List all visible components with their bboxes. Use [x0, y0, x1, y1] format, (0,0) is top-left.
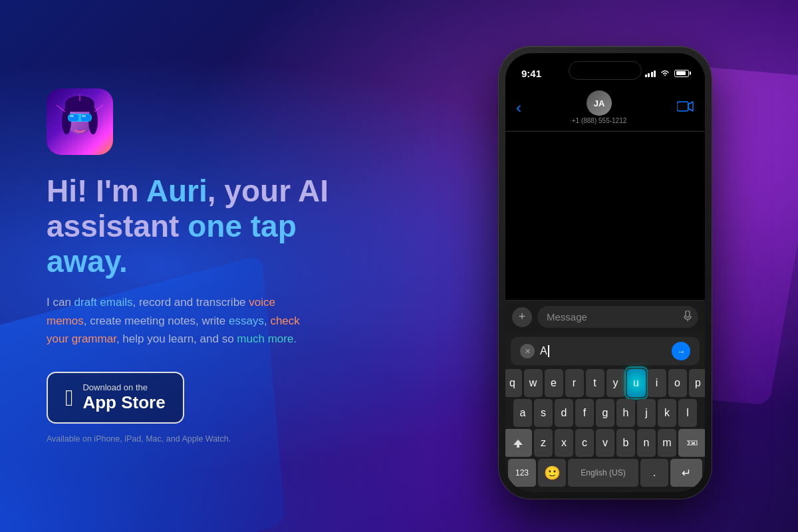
keyboard-text-input: A	[540, 345, 666, 358]
key-space[interactable]: English (US)	[568, 459, 638, 487]
key-backspace[interactable]	[678, 429, 705, 457]
headline-line1: Hi! I'm Auri, your AI	[47, 174, 372, 209]
key-z[interactable]: z	[534, 429, 553, 457]
key-t[interactable]: t	[586, 369, 604, 397]
keyboard-search-bar[interactable]: ✕ A →	[511, 337, 700, 365]
key-y[interactable]: y	[606, 369, 625, 397]
keyboard-row-1: q w e r t y u i o p	[508, 369, 702, 397]
microphone-icon	[684, 311, 692, 323]
key-h[interactable]: h	[616, 399, 635, 427]
headline-assistant: assistant	[47, 209, 188, 243]
desc-more: much more.	[237, 332, 297, 345]
headline-rest: , your AI	[207, 174, 329, 208]
signal-bar-2	[648, 73, 650, 77]
signal-bar-1	[645, 74, 647, 77]
key-m[interactable]: m	[658, 429, 676, 457]
battery-fill	[676, 71, 686, 75]
keyboard-typed-text: A	[540, 345, 547, 356]
key-l[interactable]: l	[678, 399, 697, 427]
keyboard-row-3: z x c v b n m	[508, 429, 702, 457]
key-d[interactable]: d	[555, 399, 573, 427]
key-a[interactable]: a	[513, 399, 532, 427]
app-store-bottom-label: App Store	[82, 392, 165, 413]
status-time: 9:41	[521, 68, 541, 79]
key-v[interactable]: v	[596, 429, 614, 457]
key-k[interactable]: k	[658, 399, 676, 427]
headline: Hi! I'm Auri, your AI assistant one tap …	[47, 174, 372, 279]
headline-hi: Hi! I'm	[47, 174, 146, 208]
description: I can draft emails, record and transcrib…	[47, 293, 372, 348]
svg-rect-3	[65, 104, 94, 112]
key-u[interactable]: u	[627, 369, 646, 397]
desc-essays: essays	[229, 315, 264, 327]
svg-rect-11	[82, 115, 86, 117]
content-wrapper: Hi! I'm Auri, your AI assistant one tap …	[0, 0, 798, 532]
contact-initials: JA	[594, 98, 605, 108]
status-icons	[645, 68, 690, 78]
contact-avatar: JA	[587, 90, 612, 116]
message-input-field[interactable]: Message	[537, 306, 698, 328]
keyboard-send-button[interactable]: →	[672, 342, 690, 360]
contact-info[interactable]: JA +1 (888) 555-1212	[572, 90, 627, 124]
key-period[interactable]: .	[640, 459, 668, 487]
left-panel: Hi! I'm Auri, your AI assistant one tap …	[0, 49, 412, 483]
svg-point-9	[78, 125, 82, 128]
contact-phone: +1 (888) 555-1212	[572, 117, 627, 124]
signal-bar-3	[651, 72, 653, 77]
wifi-icon	[660, 68, 670, 78]
key-s[interactable]: s	[534, 399, 553, 427]
signal-bar-4	[654, 70, 656, 77]
key-q[interactable]: q	[505, 369, 522, 397]
keyboard-row-2: a s d f g h j k l	[508, 399, 702, 427]
app-store-btn-text: Download on the App Store	[82, 382, 165, 413]
desc-emails: draft emails	[74, 296, 133, 309]
key-return[interactable]: ↵	[670, 459, 702, 487]
key-p[interactable]: p	[689, 369, 706, 397]
app-store-button[interactable]:  Download on the App Store	[47, 372, 184, 424]
key-i[interactable]: i	[648, 369, 666, 397]
iphone-screen: 9:41	[505, 53, 705, 492]
key-shift[interactable]	[505, 429, 532, 457]
svg-rect-16	[686, 311, 690, 317]
key-numbers[interactable]: 123	[508, 459, 536, 487]
app-icon-svg	[53, 92, 106, 152]
key-n[interactable]: n	[637, 429, 656, 457]
key-g[interactable]: g	[596, 399, 614, 427]
key-b[interactable]: b	[616, 429, 635, 457]
key-f[interactable]: f	[575, 399, 594, 427]
keyboard-bottom-row: 123 🙂 English (US) . ↵	[508, 459, 702, 487]
keyboard-clear-button[interactable]: ✕	[520, 344, 535, 358]
video-call-icon[interactable]	[677, 100, 694, 115]
app-store-top-label: Download on the	[82, 382, 165, 392]
headline-auri: Auri	[146, 174, 207, 208]
key-c[interactable]: c	[575, 429, 594, 457]
right-panel: 9:41	[412, 33, 798, 499]
headline-line2: assistant one tap away.	[47, 209, 372, 279]
message-plus-button[interactable]: +	[512, 307, 532, 327]
message-input-bar: + Message	[505, 300, 705, 333]
key-w[interactable]: w	[524, 369, 543, 397]
key-emoji[interactable]: 🙂	[538, 459, 566, 487]
key-x[interactable]: x	[555, 429, 573, 457]
key-e[interactable]: e	[545, 369, 563, 397]
keyboard: ✕ A → q w e r t y u	[505, 333, 705, 492]
key-j[interactable]: j	[637, 399, 656, 427]
dynamic-island	[569, 61, 642, 80]
battery-icon	[674, 70, 689, 77]
message-placeholder: Message	[547, 311, 587, 323]
svg-rect-10	[70, 115, 74, 117]
message-area	[505, 132, 705, 300]
app-icon	[47, 88, 113, 155]
signal-bars-icon	[645, 69, 656, 77]
text-cursor	[548, 345, 549, 357]
iphone-mockup: 9:41	[499, 47, 712, 499]
availability-text: Available on iPhone, iPad, Mac, and Appl…	[47, 434, 372, 444]
svg-rect-15	[677, 102, 688, 111]
key-r[interactable]: r	[565, 369, 584, 397]
messages-header: ‹ JA +1 (888) 555-1212	[505, 85, 705, 132]
key-o[interactable]: o	[668, 369, 687, 397]
app-icon-inner	[47, 88, 113, 155]
apple-logo-icon: 	[65, 386, 73, 409]
back-button[interactable]: ‹	[516, 100, 521, 116]
